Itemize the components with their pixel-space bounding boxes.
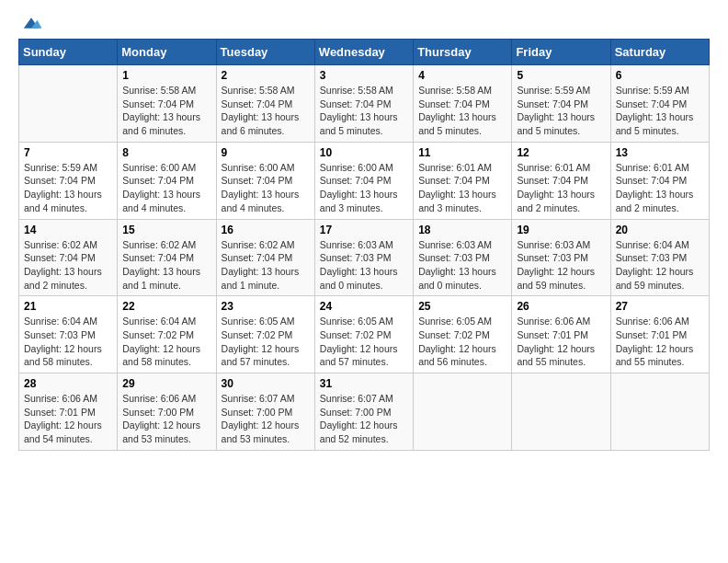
day-number: 11 [418, 146, 506, 159]
calendar-cell: 22Sunrise: 6:04 AMSunset: 7:02 PMDayligh… [118, 296, 216, 373]
calendar-cell: 21Sunrise: 6:04 AMSunset: 7:03 PMDayligh… [19, 296, 118, 373]
day-number: 14 [24, 224, 112, 236]
day-number: 26 [517, 300, 605, 313]
day-number: 18 [418, 224, 506, 236]
day-info: Sunrise: 6:04 AMSunset: 7:03 PMDaylight:… [616, 238, 704, 293]
weekday-row: SundayMondayTuesdayWednesdayThursdayFrid… [19, 40, 710, 65]
day-number: 22 [122, 300, 210, 313]
day-number: 1 [122, 69, 210, 82]
calendar-cell: 13Sunrise: 6:01 AMSunset: 7:04 PMDayligh… [610, 142, 709, 219]
calendar-cell: 24Sunrise: 6:05 AMSunset: 7:02 PMDayligh… [314, 296, 413, 373]
calendar-cell: 31Sunrise: 6:07 AMSunset: 7:00 PMDayligh… [314, 373, 413, 451]
calendar-cell: 18Sunrise: 6:03 AMSunset: 7:03 PMDayligh… [414, 219, 512, 296]
calendar-table: SundayMondayTuesdayWednesdayThursdayFrid… [18, 39, 710, 451]
calendar-cell: 14Sunrise: 6:02 AMSunset: 7:04 PMDayligh… [19, 219, 118, 296]
calendar-body: 1Sunrise: 5:58 AMSunset: 7:04 PMDaylight… [19, 65, 710, 451]
day-number: 30 [222, 377, 310, 390]
calendar-cell: 12Sunrise: 6:01 AMSunset: 7:04 PMDayligh… [512, 142, 610, 219]
weekday-header-friday: Friday [512, 40, 610, 65]
day-number: 5 [517, 69, 605, 82]
day-info: Sunrise: 6:05 AMSunset: 7:02 PMDaylight:… [320, 315, 408, 369]
day-info: Sunrise: 6:02 AMSunset: 7:04 PMDaylight:… [222, 238, 310, 293]
calendar-cell: 28Sunrise: 6:06 AMSunset: 7:01 PMDayligh… [19, 373, 118, 451]
day-number: 21 [24, 300, 112, 313]
day-info: Sunrise: 6:06 AMSunset: 7:01 PMDaylight:… [24, 392, 112, 446]
day-info: Sunrise: 6:01 AMSunset: 7:04 PMDaylight:… [418, 161, 506, 215]
calendar-cell: 9Sunrise: 6:00 AMSunset: 7:04 PMDaylight… [216, 142, 314, 219]
day-number: 31 [320, 377, 408, 390]
day-number: 23 [222, 300, 310, 313]
calendar-cell: 10Sunrise: 6:00 AMSunset: 7:04 PMDayligh… [314, 142, 413, 219]
day-number: 7 [24, 146, 112, 159]
day-number: 13 [616, 146, 704, 159]
calendar-cell: 20Sunrise: 6:04 AMSunset: 7:03 PMDayligh… [610, 219, 709, 296]
day-number: 19 [517, 224, 605, 236]
day-number: 9 [222, 146, 310, 159]
day-info: Sunrise: 5:59 AMSunset: 7:04 PMDaylight:… [24, 161, 112, 215]
calendar-cell: 23Sunrise: 6:05 AMSunset: 7:02 PMDayligh… [216, 296, 314, 373]
day-number: 3 [320, 69, 408, 82]
day-info: Sunrise: 6:00 AMSunset: 7:04 PMDaylight:… [122, 161, 210, 215]
weekday-header-wednesday: Wednesday [314, 40, 413, 65]
week-row-5: 28Sunrise: 6:06 AMSunset: 7:01 PMDayligh… [19, 373, 710, 451]
day-info: Sunrise: 6:03 AMSunset: 7:03 PMDaylight:… [320, 238, 408, 293]
calendar-cell: 27Sunrise: 6:06 AMSunset: 7:01 PMDayligh… [610, 296, 709, 373]
week-row-1: 1Sunrise: 5:58 AMSunset: 7:04 PMDaylight… [19, 65, 710, 143]
logo [18, 15, 42, 31]
day-info: Sunrise: 6:06 AMSunset: 7:01 PMDaylight:… [616, 315, 704, 369]
calendar-cell: 5Sunrise: 5:59 AMSunset: 7:04 PMDaylight… [512, 65, 610, 143]
day-number: 25 [418, 300, 506, 313]
day-number: 29 [122, 377, 210, 390]
day-number: 15 [122, 224, 210, 236]
day-info: Sunrise: 6:02 AMSunset: 7:04 PMDaylight:… [122, 238, 210, 293]
day-number: 27 [616, 300, 704, 313]
day-info: Sunrise: 5:58 AMSunset: 7:04 PMDaylight:… [222, 84, 310, 138]
day-info: Sunrise: 6:04 AMSunset: 7:02 PMDaylight:… [122, 315, 210, 369]
day-info: Sunrise: 6:00 AMSunset: 7:04 PMDaylight:… [222, 161, 310, 215]
day-info: Sunrise: 6:05 AMSunset: 7:02 PMDaylight:… [418, 315, 506, 369]
weekday-header-thursday: Thursday [414, 40, 512, 65]
day-info: Sunrise: 5:59 AMSunset: 7:04 PMDaylight:… [616, 84, 704, 138]
calendar-cell: 30Sunrise: 6:07 AMSunset: 7:00 PMDayligh… [216, 373, 314, 451]
day-number: 12 [517, 146, 605, 159]
week-row-2: 7Sunrise: 5:59 AMSunset: 7:04 PMDaylight… [19, 142, 710, 219]
day-info: Sunrise: 6:07 AMSunset: 7:00 PMDaylight:… [320, 392, 408, 446]
week-row-3: 14Sunrise: 6:02 AMSunset: 7:04 PMDayligh… [19, 219, 710, 296]
calendar-cell [512, 373, 610, 451]
day-info: Sunrise: 6:06 AMSunset: 7:00 PMDaylight:… [122, 392, 210, 446]
calendar-cell [414, 373, 512, 451]
day-info: Sunrise: 6:07 AMSunset: 7:00 PMDaylight:… [222, 392, 310, 446]
calendar-cell: 4Sunrise: 5:58 AMSunset: 7:04 PMDaylight… [414, 65, 512, 143]
day-number: 10 [320, 146, 408, 159]
day-info: Sunrise: 6:03 AMSunset: 7:03 PMDaylight:… [517, 238, 605, 293]
day-number: 24 [320, 300, 408, 313]
day-info: Sunrise: 6:05 AMSunset: 7:02 PMDaylight:… [222, 315, 310, 369]
day-info: Sunrise: 6:02 AMSunset: 7:04 PMDaylight:… [24, 238, 112, 293]
weekday-header-tuesday: Tuesday [216, 40, 314, 65]
day-number: 16 [222, 224, 310, 236]
day-info: Sunrise: 6:01 AMSunset: 7:04 PMDaylight:… [616, 161, 704, 215]
calendar-cell: 15Sunrise: 6:02 AMSunset: 7:04 PMDayligh… [118, 219, 216, 296]
day-number: 20 [616, 224, 704, 236]
calendar-cell: 11Sunrise: 6:01 AMSunset: 7:04 PMDayligh… [414, 142, 512, 219]
calendar-cell [19, 65, 118, 143]
calendar-header: SundayMondayTuesdayWednesdayThursdayFrid… [19, 40, 710, 65]
week-row-4: 21Sunrise: 6:04 AMSunset: 7:03 PMDayligh… [19, 296, 710, 373]
calendar-cell: 1Sunrise: 5:58 AMSunset: 7:04 PMDaylight… [118, 65, 216, 143]
calendar-cell: 2Sunrise: 5:58 AMSunset: 7:04 PMDaylight… [216, 65, 314, 143]
calendar-cell: 6Sunrise: 5:59 AMSunset: 7:04 PMDaylight… [610, 65, 709, 143]
day-info: Sunrise: 5:59 AMSunset: 7:04 PMDaylight:… [517, 84, 605, 138]
weekday-header-monday: Monday [118, 40, 216, 65]
logo-icon [20, 15, 42, 31]
calendar-cell: 26Sunrise: 6:06 AMSunset: 7:01 PMDayligh… [512, 296, 610, 373]
calendar-cell: 8Sunrise: 6:00 AMSunset: 7:04 PMDaylight… [118, 142, 216, 219]
weekday-header-saturday: Saturday [610, 40, 709, 65]
day-info: Sunrise: 6:01 AMSunset: 7:04 PMDaylight:… [517, 161, 605, 215]
day-info: Sunrise: 5:58 AMSunset: 7:04 PMDaylight:… [320, 84, 408, 138]
day-number: 17 [320, 224, 408, 236]
day-info: Sunrise: 5:58 AMSunset: 7:04 PMDaylight:… [418, 84, 506, 138]
day-number: 6 [616, 69, 704, 82]
day-number: 8 [122, 146, 210, 159]
calendar-cell: 16Sunrise: 6:02 AMSunset: 7:04 PMDayligh… [216, 219, 314, 296]
calendar-cell: 17Sunrise: 6:03 AMSunset: 7:03 PMDayligh… [314, 219, 413, 296]
